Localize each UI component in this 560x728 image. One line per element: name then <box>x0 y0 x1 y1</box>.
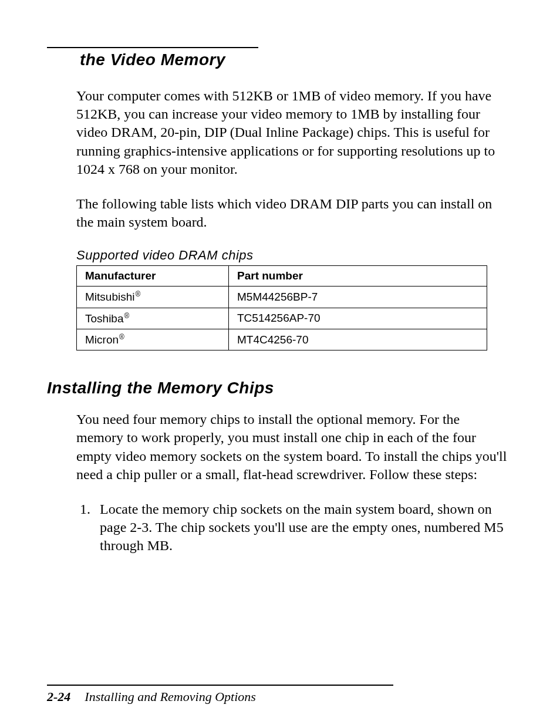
intro-paragraph-1: Your computer comes with 512KB or 1MB of… <box>47 87 513 178</box>
registered-icon: ® <box>124 312 130 320</box>
install-paragraph: You need four memory chips to install th… <box>47 410 513 484</box>
cell-manufacturer: Mitsubishi® <box>77 287 229 308</box>
registered-icon: ® <box>119 333 124 341</box>
registered-icon: ® <box>135 290 140 298</box>
cell-part: M5M44256BP-7 <box>229 287 487 308</box>
install-heading: Installing the Memory Chips <box>47 379 513 397</box>
section-rule <box>47 47 258 48</box>
dram-table: Manufacturer Part number Mitsubishi® M5M… <box>76 265 487 350</box>
cell-part: MT4C4256-70 <box>229 329 487 350</box>
footer-page-number: 2-24 <box>47 689 70 704</box>
table-header-row: Manufacturer Part number <box>77 266 487 287</box>
page: the Video Memory Your computer comes wit… <box>0 0 560 728</box>
cell-manufacturer: Micron® <box>77 329 229 350</box>
section-title: the Video Memory <box>47 50 258 69</box>
page-footer: 2-24Installing and Removing Options <box>47 685 513 705</box>
cell-manufacturer: Toshiba® <box>77 308 229 329</box>
footer-chapter-title: Installing and Removing Options <box>85 689 255 704</box>
table-row: Toshiba® TC514256AP-70 <box>77 308 487 329</box>
manufacturer-name: Toshiba <box>85 312 124 325</box>
manufacturer-name: Micron <box>85 333 119 346</box>
footer-text: 2-24Installing and Removing Options <box>47 689 513 705</box>
table-row: Micron® MT4C4256-70 <box>77 329 487 350</box>
col-header-part: Part number <box>229 266 487 287</box>
install-steps: Locate the memory chip sockets on the ma… <box>47 500 513 555</box>
manufacturer-name: Mitsubishi <box>85 291 134 304</box>
table-row: Mitsubishi® M5M44256BP-7 <box>77 287 487 308</box>
col-header-manufacturer: Manufacturer <box>77 266 229 287</box>
cell-part: TC514256AP-70 <box>229 308 487 329</box>
footer-rule <box>47 685 393 686</box>
table-caption: Supported video DRAM chips <box>76 248 513 263</box>
intro-paragraph-2: The following table lists which video DR… <box>47 195 513 231</box>
step-1: Locate the memory chip sockets on the ma… <box>94 500 513 555</box>
